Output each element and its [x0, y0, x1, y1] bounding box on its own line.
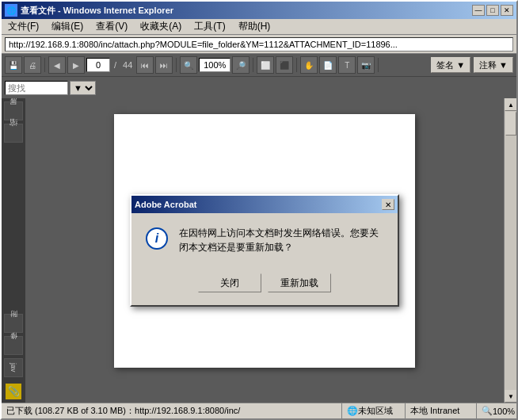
pdf-last-page-button[interactable]: ⏭: [155, 56, 173, 74]
sidebar-star-button[interactable]: 📎: [6, 384, 21, 399]
pdf-search-dropdown[interactable]: ▼: [70, 81, 96, 95]
scrollbar-down-button[interactable]: ▼: [505, 390, 516, 403]
dialog-overlay: Adobe Acrobat ✕ i 在因特网上访问本文档时发生网络错误。您要关闭…: [25, 98, 504, 403]
main-content: 展 缩 附 修 jav 📎 Adobe Acrobat ✕ i: [2, 98, 516, 403]
window-close-button[interactable]: ✕: [501, 5, 513, 16]
pdf-tool3-button[interactable]: T: [338, 56, 356, 74]
pdf-toolbar-row1: 💾 🖨 ◀ ▶ / 44 ⏮ ⏭ 🔍 🔎 ⬜ ⬛ ✋ 📄 T 📷 签名 ▼ 注释…: [2, 54, 516, 76]
pdf-toolbar-right: 签名 ▼ 注释 ▼: [431, 57, 513, 73]
pdf-search-input[interactable]: [5, 81, 68, 95]
scrollbar-track[interactable]: [505, 111, 516, 390]
sidebar-expand-button[interactable]: 展: [4, 101, 23, 120]
toolbar-separator-5: [378, 58, 379, 72]
toolbar-separator-1: [44, 58, 45, 72]
dialog-title-bar: Adobe Acrobat ✕: [131, 196, 398, 213]
status-zone-text: 未知区域: [358, 405, 393, 417]
pdf-print-button[interactable]: 🖨: [24, 56, 41, 74]
pdf-note-button[interactable]: 注释 ▼: [474, 57, 513, 73]
menu-bar: 文件(F) 编辑(E) 查看(V) 收藏夹(A) 工具(T) 帮助(H): [2, 19, 516, 35]
dialog-body: i 在因特网上访问本文档时发生网络错误。您要关闭本文档还是要重新加载？: [131, 213, 398, 267]
menu-help[interactable]: 帮助(H): [235, 18, 274, 35]
menu-file[interactable]: 文件(F): [5, 18, 42, 35]
right-scrollbar: ▲ ▼: [504, 98, 516, 403]
dialog-title: Adobe Acrobat: [135, 200, 196, 209]
pdf-fit-width-button[interactable]: ⬛: [276, 56, 293, 74]
title-bar: 🌐 查看文件 - Windows Internet Explorer — □ ✕: [2, 2, 516, 19]
status-zone: 🌐 未知区域: [342, 403, 406, 418]
browser-icon: 🌐: [5, 4, 17, 17]
browser-window: 🌐 查看文件 - Windows Internet Explorer — □ ✕…: [0, 0, 518, 420]
status-zoom-icon: 🔍: [482, 406, 493, 416]
menu-edit[interactable]: 编辑(E): [48, 18, 86, 35]
dialog-close-button[interactable]: 关闭: [198, 273, 261, 292]
toolbar-separator-2: [176, 58, 177, 72]
title-bar-buttons: — □ ✕: [472, 5, 513, 16]
pdf-page-total: 44: [120, 60, 135, 70]
dialog-info-icon: i: [144, 226, 169, 251]
pdf-tool2-button[interactable]: 📄: [319, 56, 337, 74]
menu-favorites[interactable]: 收藏夹(A): [137, 18, 185, 35]
pdf-sign-button[interactable]: 签名 ▼: [431, 57, 470, 73]
pdf-snapshot-button[interactable]: 📷: [357, 56, 375, 74]
pdf-zoom-out-button[interactable]: 🔍: [180, 56, 197, 74]
sidebar-edit-button[interactable]: 修: [4, 336, 23, 355]
address-bar: [2, 35, 516, 54]
pdf-save-button[interactable]: 💾: [5, 56, 22, 74]
zone-icon: 🌐: [347, 406, 358, 416]
pdf-page-separator: /: [112, 60, 119, 70]
status-locale: 本地 Intranet: [406, 403, 477, 418]
title-bar-left: 🌐 查看文件 - Windows Internet Explorer: [5, 4, 173, 17]
toolbar-separator-4: [296, 58, 297, 72]
dialog-buttons: 关闭 重新加载: [131, 267, 398, 305]
status-locale-text: 本地 Intranet: [410, 405, 459, 417]
dialog-message: 在因特网上访问本文档时发生网络错误。您要关闭本文档还是要重新加载？: [179, 226, 385, 254]
pdf-tool1-button[interactable]: ✋: [300, 56, 318, 74]
status-zoom: 🔍 100%: [477, 403, 516, 418]
menu-view[interactable]: 查看(V): [93, 18, 131, 35]
pdf-toolbar-row2: ▼: [2, 76, 516, 98]
left-sidebar: 展 缩 附 修 jav 📎: [2, 98, 25, 403]
pdf-fit-page-button[interactable]: ⬜: [257, 56, 274, 74]
dialog-close-x-button[interactable]: ✕: [382, 199, 394, 210]
status-download: 已下载 (108.27 KB of 3.10 MB)：http://192.16…: [2, 403, 342, 418]
info-circle: i: [146, 227, 168, 250]
window-title: 查看文件 - Windows Internet Explorer: [21, 5, 173, 17]
pdf-prev-page-button[interactable]: ◀: [48, 56, 66, 74]
status-zoom-text: 100%: [493, 407, 515, 416]
toolbar-separator-3: [253, 58, 253, 72]
pdf-content: Adobe Acrobat ✕ i 在因特网上访问本文档时发生网络错误。您要关闭…: [25, 98, 504, 403]
sidebar-attach-button[interactable]: 附: [4, 314, 23, 333]
pdf-zoom-in-button[interactable]: 🔎: [232, 56, 249, 74]
scrollbar-up-button[interactable]: ▲: [505, 98, 516, 111]
minimize-button[interactable]: —: [472, 5, 485, 16]
scrollbar-thumb[interactable]: [505, 112, 516, 136]
pdf-page-input[interactable]: [86, 58, 110, 72]
pdf-first-page-button[interactable]: ⏮: [136, 56, 154, 74]
adobe-acrobat-dialog: Adobe Acrobat ✕ i 在因特网上访问本文档时发生网络错误。您要关闭…: [130, 194, 399, 307]
dialog-reload-button[interactable]: 重新加载: [268, 273, 331, 292]
status-bar: 已下载 (108.27 KB of 3.10 MB)：http://192.16…: [2, 403, 516, 418]
menu-tools[interactable]: 工具(T): [191, 18, 228, 35]
maximize-button[interactable]: □: [486, 5, 499, 16]
sidebar-zoom-button[interactable]: 缩: [4, 124, 23, 143]
pdf-next-page-button[interactable]: ▶: [67, 56, 85, 74]
status-download-text: 已下载 (108.27 KB of 3.10 MB)：http://192.16…: [6, 405, 240, 417]
pdf-zoom-input[interactable]: [199, 58, 230, 72]
address-input[interactable]: [5, 37, 513, 52]
sidebar-java-button[interactable]: jav: [4, 358, 23, 377]
